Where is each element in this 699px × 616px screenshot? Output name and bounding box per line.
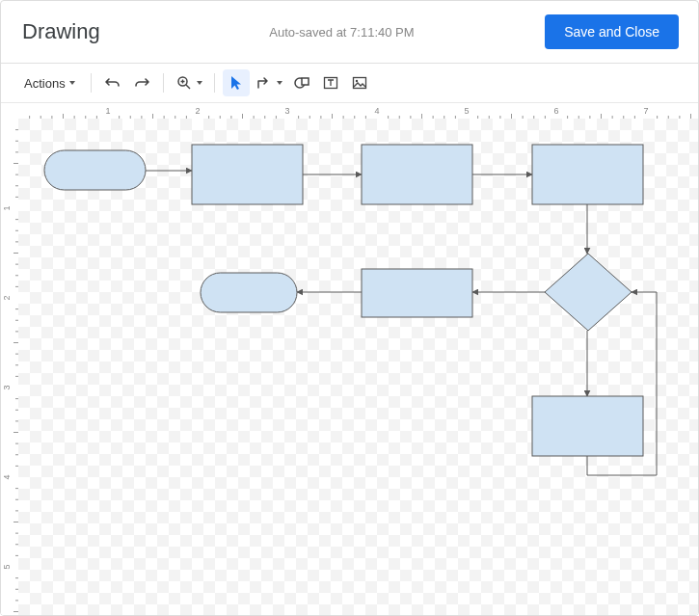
- image-tool-button[interactable]: [346, 69, 373, 96]
- separator: [214, 73, 215, 93]
- zoom-button[interactable]: [172, 69, 206, 96]
- chevron-down-icon: [277, 81, 282, 85]
- svg-rect-7: [353, 78, 365, 89]
- svg-text:1: 1: [2, 205, 12, 210]
- svg-text:3: 3: [284, 106, 289, 116]
- svg-line-1: [186, 85, 190, 89]
- process-shape[interactable]: [532, 396, 643, 456]
- process-shape[interactable]: [532, 145, 643, 204]
- terminator-shape[interactable]: [201, 273, 297, 312]
- svg-text:5: 5: [464, 106, 469, 116]
- svg-text:6: 6: [553, 106, 558, 116]
- svg-text:2: 2: [2, 295, 12, 300]
- shape-tool-button[interactable]: [288, 69, 315, 96]
- drawing-dialog: Drawing Auto-saved at 7:11:40 PM Save an…: [0, 0, 699, 616]
- separator: [163, 73, 164, 93]
- chevron-down-icon: [197, 81, 202, 85]
- svg-text:1: 1: [105, 106, 110, 116]
- separator: [91, 73, 92, 93]
- line-tool-button[interactable]: [252, 69, 286, 96]
- redo-icon: [133, 74, 150, 92]
- drawing-canvas[interactable]: [18, 119, 698, 615]
- process-shape[interactable]: [192, 145, 303, 204]
- line-icon: [255, 74, 273, 92]
- svg-text:7: 7: [643, 106, 648, 116]
- textbox-icon: [322, 74, 339, 92]
- svg-text:4: 4: [374, 106, 379, 116]
- horizontal-ruler: 1234567: [18, 103, 698, 119]
- zoom-icon: [175, 74, 193, 92]
- svg-point-8: [355, 80, 357, 82]
- svg-text:2: 2: [195, 106, 200, 116]
- save-and-close-button[interactable]: Save and Close: [545, 14, 679, 49]
- svg-text:4: 4: [2, 474, 12, 479]
- dialog-title: Drawing: [22, 19, 100, 44]
- svg-text:5: 5: [2, 564, 12, 569]
- canvas-area: 1234567 12345: [1, 103, 698, 615]
- image-icon: [351, 74, 368, 92]
- undo-button[interactable]: [99, 69, 126, 96]
- select-tool-button[interactable]: [223, 69, 250, 96]
- svg-text:3: 3: [2, 385, 12, 389]
- process-shape[interactable]: [362, 145, 472, 204]
- actions-menu-button[interactable]: Actions: [14, 69, 83, 96]
- terminator-shape[interactable]: [44, 150, 146, 190]
- cursor-icon: [228, 74, 245, 92]
- chevron-down-icon: [69, 81, 75, 85]
- process-shape[interactable]: [362, 269, 472, 317]
- autosave-status: Auto-saved at 7:11:40 PM: [100, 25, 545, 40]
- textbox-tool-button[interactable]: [317, 69, 344, 96]
- redo-button[interactable]: [128, 69, 155, 96]
- dialog-header: Drawing Auto-saved at 7:11:40 PM Save an…: [1, 1, 698, 64]
- shape-icon: [293, 74, 310, 92]
- undo-icon: [104, 74, 121, 92]
- actions-label: Actions: [24, 76, 66, 91]
- svg-rect-5: [302, 78, 309, 85]
- vertical-ruler: 12345: [1, 119, 18, 615]
- toolbar: Actions: [1, 64, 698, 103]
